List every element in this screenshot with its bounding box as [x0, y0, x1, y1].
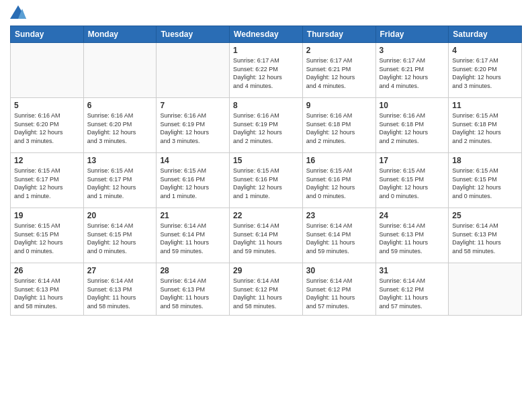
calendar-cell-3-3: 14Sunrise: 6:15 AM Sunset: 6:16 PM Dayli…: [157, 153, 230, 208]
day-info: Sunrise: 6:16 AM Sunset: 6:20 PM Dayligh…: [87, 111, 153, 145]
calendar-cell-4-6: 24Sunrise: 6:14 AM Sunset: 6:13 PM Dayli…: [375, 208, 449, 263]
day-number: 15: [233, 156, 299, 165]
day-info: Sunrise: 6:16 AM Sunset: 6:19 PM Dayligh…: [233, 111, 299, 145]
calendar-cell-3-6: 17Sunrise: 6:15 AM Sunset: 6:15 PM Dayli…: [375, 153, 449, 208]
calendar-cell-1-7: 4Sunrise: 6:17 AM Sunset: 6:20 PM Daylig…: [449, 43, 522, 98]
calendar-cell-1-6: 3Sunrise: 6:17 AM Sunset: 6:21 PM Daylig…: [375, 43, 449, 98]
calendar-cell-4-3: 21Sunrise: 6:14 AM Sunset: 6:14 PM Dayli…: [157, 208, 230, 263]
day-number: 5: [14, 101, 80, 110]
day-info: Sunrise: 6:14 AM Sunset: 6:13 PM Dayligh…: [87, 277, 153, 310]
logo-icon: [10, 5, 26, 19]
day-number: 17: [380, 156, 445, 165]
calendar-cell-2-1: 5Sunrise: 6:16 AM Sunset: 6:20 PM Daylig…: [11, 98, 84, 153]
day-info: Sunrise: 6:17 AM Sunset: 6:20 PM Dayligh…: [452, 56, 518, 90]
day-info: Sunrise: 6:14 AM Sunset: 6:12 PM Dayligh…: [233, 277, 299, 310]
day-info: Sunrise: 6:16 AM Sunset: 6:20 PM Dayligh…: [14, 111, 80, 145]
day-number: 22: [233, 211, 299, 220]
calendar-cell-3-7: 18Sunrise: 6:15 AM Sunset: 6:15 PM Dayli…: [449, 153, 522, 208]
day-info: Sunrise: 6:14 AM Sunset: 6:13 PM Dayligh…: [380, 222, 445, 255]
calendar-cell-2-5: 9Sunrise: 6:16 AM Sunset: 6:18 PM Daylig…: [302, 98, 375, 153]
day-number: 1: [233, 46, 299, 55]
day-number: 8: [233, 101, 299, 110]
calendar-week-row-1: 1Sunrise: 6:17 AM Sunset: 6:22 PM Daylig…: [11, 43, 522, 98]
day-info: Sunrise: 6:14 AM Sunset: 6:15 PM Dayligh…: [87, 222, 153, 255]
day-info: Sunrise: 6:15 AM Sunset: 6:17 PM Dayligh…: [14, 167, 80, 200]
day-number: 31: [380, 266, 445, 275]
weekday-header-friday: Friday: [375, 26, 449, 43]
calendar-cell-5-1: 26Sunrise: 6:14 AM Sunset: 6:13 PM Dayli…: [11, 263, 84, 316]
weekday-header-wednesday: Wednesday: [230, 26, 303, 43]
calendar-cell-1-5: 2Sunrise: 6:17 AM Sunset: 6:21 PM Daylig…: [302, 43, 375, 98]
calendar-week-row-5: 26Sunrise: 6:14 AM Sunset: 6:13 PM Dayli…: [11, 263, 522, 316]
calendar-cell-5-5: 30Sunrise: 6:14 AM Sunset: 6:12 PM Dayli…: [302, 263, 375, 316]
day-info: Sunrise: 6:15 AM Sunset: 6:18 PM Dayligh…: [452, 111, 518, 145]
page: SundayMondayTuesdayWednesdayThursdayFrid…: [0, 0, 532, 411]
day-number: 30: [306, 266, 372, 275]
day-info: Sunrise: 6:14 AM Sunset: 6:13 PM Dayligh…: [14, 277, 80, 310]
day-number: 12: [14, 156, 80, 165]
day-number: 25: [452, 211, 518, 220]
day-number: 9: [306, 101, 372, 110]
weekday-header-tuesday: Tuesday: [157, 26, 230, 43]
weekday-header-saturday: Saturday: [449, 26, 522, 43]
day-number: 19: [14, 211, 80, 220]
weekday-header-monday: Monday: [83, 26, 157, 43]
day-number: 3: [380, 46, 445, 55]
calendar-table: SundayMondayTuesdayWednesdayThursdayFrid…: [10, 26, 522, 316]
calendar-cell-2-4: 8Sunrise: 6:16 AM Sunset: 6:19 PM Daylig…: [230, 98, 303, 153]
day-info: Sunrise: 6:16 AM Sunset: 6:18 PM Dayligh…: [306, 111, 372, 145]
day-number: 18: [452, 156, 518, 165]
weekday-header-row: SundayMondayTuesdayWednesdayThursdayFrid…: [11, 26, 522, 43]
day-number: 29: [233, 266, 299, 275]
day-number: 11: [452, 101, 518, 110]
calendar-cell-3-1: 12Sunrise: 6:15 AM Sunset: 6:17 PM Dayli…: [11, 153, 84, 208]
day-info: Sunrise: 6:15 AM Sunset: 6:16 PM Dayligh…: [306, 167, 372, 200]
calendar-cell-3-2: 13Sunrise: 6:15 AM Sunset: 6:17 PM Dayli…: [83, 153, 157, 208]
day-info: Sunrise: 6:17 AM Sunset: 6:21 PM Dayligh…: [306, 56, 372, 90]
logo: [10, 7, 28, 20]
calendar-cell-2-7: 11Sunrise: 6:15 AM Sunset: 6:18 PM Dayli…: [449, 98, 522, 153]
day-info: Sunrise: 6:14 AM Sunset: 6:13 PM Dayligh…: [452, 222, 518, 255]
calendar-cell-4-2: 20Sunrise: 6:14 AM Sunset: 6:15 PM Dayli…: [83, 208, 157, 263]
calendar-cell-1-1: [11, 43, 84, 98]
day-number: 14: [160, 156, 226, 165]
header: [10, 7, 522, 20]
day-number: 28: [160, 266, 226, 275]
day-number: 16: [306, 156, 372, 165]
calendar-cell-2-3: 7Sunrise: 6:16 AM Sunset: 6:19 PM Daylig…: [157, 98, 230, 153]
day-info: Sunrise: 6:14 AM Sunset: 6:12 PM Dayligh…: [380, 277, 445, 310]
day-info: Sunrise: 6:16 AM Sunset: 6:19 PM Dayligh…: [160, 111, 226, 145]
calendar-cell-5-4: 29Sunrise: 6:14 AM Sunset: 6:12 PM Dayli…: [230, 263, 303, 316]
day-number: 21: [160, 211, 226, 220]
calendar-cell-5-3: 28Sunrise: 6:14 AM Sunset: 6:13 PM Dayli…: [157, 263, 230, 316]
day-number: 7: [160, 101, 226, 110]
calendar-cell-4-4: 22Sunrise: 6:14 AM Sunset: 6:14 PM Dayli…: [230, 208, 303, 263]
day-info: Sunrise: 6:15 AM Sunset: 6:15 PM Dayligh…: [14, 222, 80, 255]
weekday-header-sunday: Sunday: [11, 26, 84, 43]
calendar-cell-4-1: 19Sunrise: 6:15 AM Sunset: 6:15 PM Dayli…: [11, 208, 84, 263]
day-info: Sunrise: 6:14 AM Sunset: 6:14 PM Dayligh…: [306, 222, 372, 255]
day-info: Sunrise: 6:17 AM Sunset: 6:21 PM Dayligh…: [380, 56, 445, 90]
calendar-cell-3-5: 16Sunrise: 6:15 AM Sunset: 6:16 PM Dayli…: [302, 153, 375, 208]
calendar-cell-5-7: [449, 263, 522, 316]
day-info: Sunrise: 6:15 AM Sunset: 6:17 PM Dayligh…: [87, 167, 153, 200]
day-number: 10: [380, 101, 445, 110]
calendar-week-row-4: 19Sunrise: 6:15 AM Sunset: 6:15 PM Dayli…: [11, 208, 522, 263]
calendar-cell-1-2: [83, 43, 157, 98]
calendar-cell-2-2: 6Sunrise: 6:16 AM Sunset: 6:20 PM Daylig…: [83, 98, 157, 153]
day-number: 23: [306, 211, 372, 220]
calendar-cell-1-4: 1Sunrise: 6:17 AM Sunset: 6:22 PM Daylig…: [230, 43, 303, 98]
day-info: Sunrise: 6:15 AM Sunset: 6:15 PM Dayligh…: [452, 167, 518, 200]
day-number: 27: [87, 266, 153, 275]
day-info: Sunrise: 6:15 AM Sunset: 6:16 PM Dayligh…: [160, 167, 226, 200]
day-number: 13: [87, 156, 153, 165]
day-info: Sunrise: 6:17 AM Sunset: 6:22 PM Dayligh…: [233, 56, 299, 90]
day-number: 26: [14, 266, 80, 275]
calendar-cell-5-6: 31Sunrise: 6:14 AM Sunset: 6:12 PM Dayli…: [375, 263, 449, 316]
calendar-cell-2-6: 10Sunrise: 6:16 AM Sunset: 6:18 PM Dayli…: [375, 98, 449, 153]
day-info: Sunrise: 6:15 AM Sunset: 6:16 PM Dayligh…: [233, 167, 299, 200]
calendar-cell-4-7: 25Sunrise: 6:14 AM Sunset: 6:13 PM Dayli…: [449, 208, 522, 263]
day-info: Sunrise: 6:14 AM Sunset: 6:13 PM Dayligh…: [160, 277, 226, 310]
day-number: 24: [380, 211, 445, 220]
day-number: 2: [306, 46, 372, 55]
